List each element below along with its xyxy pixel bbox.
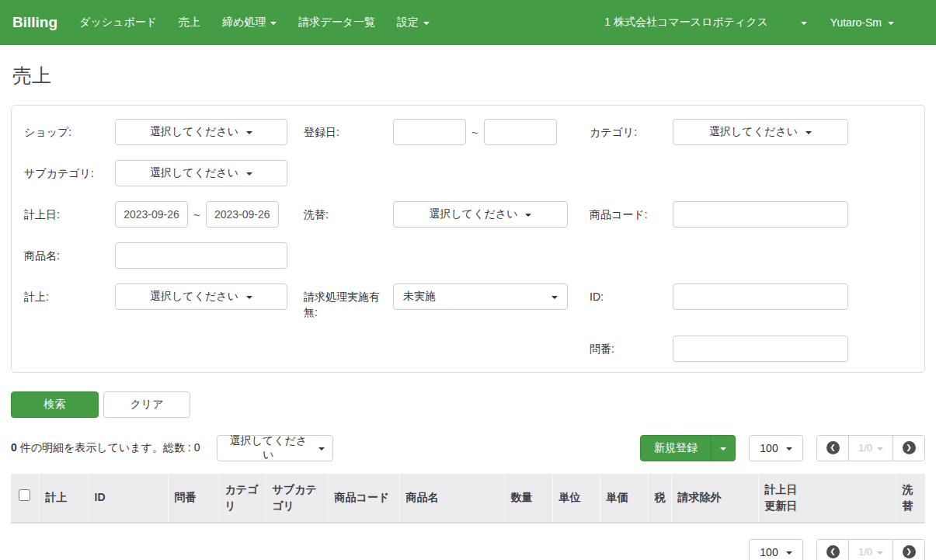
shop-label: ショップ: [24, 119, 115, 145]
caret-down-icon [270, 22, 277, 25]
column-header-id: ID [88, 474, 168, 523]
page-size-value: 100 [760, 546, 778, 558]
column-header-billing-exclusion: 請求除外 [671, 474, 758, 523]
caret-down-icon [318, 447, 325, 450]
caret-down-icon [525, 214, 531, 217]
registration-date-to-input[interactable] [484, 119, 557, 145]
refresh-label: 洗替: [304, 201, 393, 228]
recording-date-range: ~ [115, 201, 287, 228]
subcategory-select[interactable]: 選択してください [115, 160, 287, 186]
navbar: Billing ダッシュボード 売上 締め処理 請求データ一覧 設定 1 株式会… [0, 0, 936, 45]
id-label: ID: [590, 283, 673, 321]
toolbar-right: 新規登録 100 ❮ 1/0 ❯ [640, 435, 925, 461]
recording-date-to-input[interactable] [206, 201, 279, 228]
navbar-right: 1 株式会社コマースロボティクス Yutaro-Sm [604, 16, 924, 30]
caret-down-icon [888, 22, 894, 25]
caret-down-icon [806, 131, 812, 134]
action-buttons: 検索 クリア [11, 391, 925, 418]
new-registration-dropdown-toggle[interactable] [711, 436, 735, 461]
next-page-icon: ❯ [903, 545, 916, 558]
shop-select[interactable]: 選択してください [115, 119, 287, 145]
select-all-header [11, 474, 39, 523]
caret-down-icon [246, 131, 252, 134]
tilde-separator: ~ [193, 208, 200, 221]
product-code-label: 商品コード: [590, 201, 673, 228]
refresh-select-value: 選択してください [430, 207, 518, 221]
select-all-checkbox[interactable] [19, 489, 30, 501]
next-page-button[interactable]: ❯ [893, 540, 924, 560]
nav-item-billing-data[interactable]: 請求データ一覧 [298, 16, 375, 30]
pagination-bottom: ❮ 1/0 ❯ [816, 539, 925, 560]
prev-page-button[interactable]: ❮ [817, 436, 848, 461]
category-label: カテゴリ: [590, 119, 673, 145]
product-name-label: 商品名: [24, 242, 115, 269]
next-page-button[interactable]: ❯ [893, 436, 924, 461]
bottom-pagination-row: 100 ❮ 1/0 ❯ [11, 539, 925, 560]
nav-item-settings[interactable]: 設定 [397, 16, 430, 30]
category-select[interactable]: 選択してください [673, 119, 848, 145]
page-size-select[interactable]: 100 [749, 435, 803, 461]
toiban-label: 問番: [590, 336, 673, 362]
column-header-quantity: 数量 [504, 474, 552, 523]
shop-select-value: 選択してください [150, 125, 238, 139]
recording-label: 計上: [24, 283, 115, 321]
caret-down-icon [423, 22, 430, 25]
product-name-input[interactable] [115, 242, 287, 269]
prev-page-button[interactable]: ❮ [817, 540, 848, 560]
page-indicator-dropdown[interactable]: 1/0 [848, 540, 893, 560]
toiban-input[interactable] [673, 336, 848, 362]
new-registration-split-button: 新規登録 [640, 435, 736, 461]
page-indicator-dropdown[interactable]: 1/0 [848, 436, 893, 461]
search-button[interactable]: 検索 [11, 391, 99, 418]
pagination: ❮ 1/0 ❯ [816, 435, 925, 461]
nav-item-label: 締め処理 [222, 16, 266, 30]
bulk-action-select[interactable]: 選択してください [217, 435, 333, 461]
nav-item-label: 設定 [397, 16, 419, 30]
caret-down-icon [786, 447, 792, 450]
caret-down-icon [246, 296, 252, 299]
registration-date-range: ~ [393, 119, 568, 145]
caret-down-icon [552, 296, 558, 299]
column-header-toiban: 問番 [168, 474, 218, 523]
company-name: 1 株式会社コマースロボティクス [604, 16, 768, 30]
bulk-action-select-value: 選択してください [225, 434, 311, 462]
company-dropdown[interactable]: 1 株式会社コマースロボティクス [604, 16, 807, 30]
result-count: 0 件の明細を表示しています。総数 : 0 [11, 441, 200, 455]
result-count-number: 0 [11, 441, 17, 454]
recording-date-from-input[interactable] [115, 201, 188, 228]
page-size-select-bottom[interactable]: 100 [749, 539, 803, 560]
nav-item-sales[interactable]: 売上 [179, 16, 200, 30]
column-header-refresh: 洗替 [896, 474, 925, 523]
clear-button[interactable]: クリア [103, 391, 190, 418]
nav-item-closing[interactable]: 締め処理 [222, 16, 277, 30]
nav-item-label: 売上 [179, 16, 200, 30]
results-toolbar: 0 件の明細を表示しています。総数 : 0 選択してください 新規登録 100 … [11, 435, 925, 461]
column-header-unit: 単位 [552, 474, 600, 523]
id-input[interactable] [673, 283, 848, 310]
subcategory-select-value: 選択してください [150, 166, 238, 180]
tilde-separator: ~ [471, 126, 478, 139]
table-header-row: 計上 ID 問番 カテゴリ サブカテゴリ 商品コード 商品名 数量 単位 単価 … [11, 474, 925, 523]
prev-page-icon: ❮ [826, 545, 840, 558]
user-dropdown[interactable]: Yutaro-Sm [830, 16, 894, 29]
brand-logo[interactable]: Billing [12, 14, 57, 31]
refresh-select[interactable]: 選択してください [393, 201, 568, 228]
billing-process-label: 請求処理実施有 無: [304, 283, 393, 321]
billing-process-select-value: 未実施 [403, 290, 436, 304]
caret-down-icon [786, 551, 792, 555]
subcategory-label: サブカテゴリ: [24, 160, 115, 186]
product-code-input[interactable] [673, 201, 848, 228]
new-registration-button[interactable]: 新規登録 [641, 436, 711, 461]
caret-down-icon [246, 172, 252, 176]
next-page-icon: ❯ [903, 441, 916, 454]
page-indicator-value: 1/0 [858, 442, 872, 454]
user-name: Yutaro-Sm [830, 16, 882, 29]
recording-select[interactable]: 選択してください [115, 283, 287, 310]
billing-process-select[interactable]: 未実施 [393, 283, 568, 310]
caret-down-icon [877, 447, 883, 450]
registration-date-from-input[interactable] [393, 119, 466, 145]
sales-table: 計上 ID 問番 カテゴリ サブカテゴリ 商品コード 商品名 数量 単位 単価 … [11, 474, 925, 523]
caret-down-icon [877, 551, 883, 555]
filter-panel: ショップ: 選択してください 登録日: ~ カテゴリ: 選択してください サブカ… [11, 105, 925, 373]
nav-item-dashboard[interactable]: ダッシュボード [79, 16, 157, 30]
